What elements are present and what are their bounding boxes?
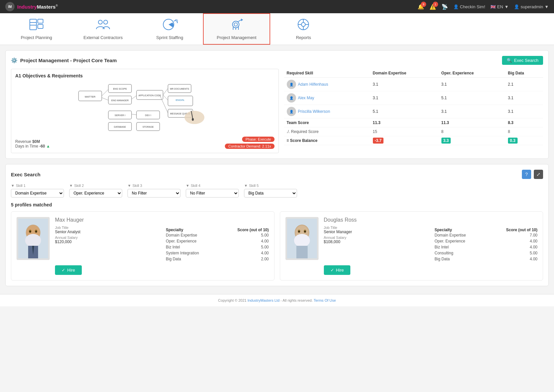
profile-name: Max Hauger — [55, 217, 269, 223]
skill5-select[interactable]: No Filter Domain Expertise Oper. Experie… — [244, 189, 297, 197]
profile-col-right: Specialty Score (out of 10) Domain Exper… — [434, 226, 537, 262]
a1-title: A1 Objectives & Requirements — [15, 73, 275, 78]
filter-skill4: ▼ Skill 4 No Filter Domain Expertise Ope… — [186, 184, 239, 197]
specialty-row: Biz Intel 4.00 — [434, 244, 537, 250]
member-name[interactable]: 👤 Priscilla Wilkerson — [284, 105, 370, 118]
language-selector[interactable]: 🇬🇧 EN ▼ — [490, 4, 509, 9]
team-oper: 11.3 — [439, 118, 505, 127]
svg-line-46 — [131, 114, 136, 115]
skill1-select[interactable]: Domain Expertise Oper. Experience Big Da… — [11, 189, 64, 197]
a1-right-panel: Required Skill Domain Expertise Oper. Ex… — [284, 69, 543, 153]
required-score-row: ./. Required Score 15 8 8 — [284, 127, 543, 136]
salary-value: $120,000 — [55, 240, 158, 244]
balance-label: = Score Balance — [284, 136, 370, 145]
company-link[interactable]: IndustryMasters Ltd — [247, 298, 279, 302]
tab-external-contractors[interactable]: External Contractors — [70, 13, 137, 45]
svg-line-44 — [163, 88, 168, 95]
balance-row: = Score Balance -3.7 3.3 0.3 — [284, 136, 543, 145]
col-domain: Domain Expertise — [370, 69, 439, 78]
job-title-label: Job Title — [324, 226, 427, 230]
filter-skill5: ▼ Skill 5 No Filter Domain Expertise Ope… — [244, 184, 297, 197]
exec-search-button[interactable]: 🔍 Exec Search — [502, 56, 543, 65]
svg-text:MR DOCUMENTS: MR DOCUMENTS — [170, 88, 189, 90]
specialty-col-header: Specialty — [434, 228, 452, 232]
specialty-row: Biz Intel 5.00 — [166, 244, 269, 250]
member-name[interactable]: 👤 Adam Hilfenhaus — [284, 78, 370, 91]
specialty-name: Domain Expertise — [434, 233, 466, 238]
profile-name: Douglas Ross — [324, 217, 538, 223]
tab-project-planning-label: Project Planning — [21, 35, 52, 40]
svg-point-9 — [234, 23, 237, 26]
notification-bell[interactable]: 🔔 9 — [418, 4, 424, 10]
specialty-name: Oper. Experience — [166, 239, 197, 243]
salary-value: $108,000 — [324, 240, 427, 244]
exec-search-icons: ? ⤢ — [522, 170, 543, 179]
profile-col-left: Job Title Senior Analyst Annual Salary $… — [55, 226, 158, 262]
svg-text:STORAGE: STORAGE — [142, 126, 154, 128]
profile-card: Douglas Ross Job Title Senior Manager An… — [280, 211, 543, 281]
svg-rect-0 — [30, 19, 36, 30]
specialty-score: 4.00 — [530, 257, 537, 261]
filter-skill3: ▼ Skill 3 No Filter Domain Expertise Ope… — [127, 184, 180, 197]
filter-row: ▼ Skill 1 Domain Expertise Oper. Experie… — [11, 184, 543, 197]
tab-sprint-staffing[interactable]: Sprint Staffing — [137, 13, 203, 45]
tab-project-management[interactable]: Project Management — [203, 13, 271, 45]
tab-reports[interactable]: Reports — [270, 13, 336, 45]
specialty-score: 5.00 — [261, 233, 269, 238]
main-content: ⚙️ Project Management - Project Core Tea… — [0, 45, 554, 291]
svg-rect-4 — [38, 24, 43, 28]
big-score: 3.1 — [505, 105, 543, 118]
domain-score: 5.1 — [370, 105, 439, 118]
specialty-row: Domain Expertise 7.00 — [434, 232, 537, 238]
alert-icon[interactable]: ⚠️ 1 — [429, 4, 436, 10]
avatar: 👤 — [287, 107, 296, 116]
skill3-select[interactable]: No Filter Domain Expertise Oper. Experie… — [127, 189, 180, 197]
footer: Copyright © 2021 IndustryMasters Ltd - A… — [0, 294, 554, 306]
profile-col-right: Specialty Score (out of 10) Domain Exper… — [166, 226, 269, 262]
svg-point-6 — [104, 20, 108, 24]
exec-search-card: Exec Search ? ⤢ ▼ Skill 1 Domain Experti… — [5, 164, 549, 286]
svg-rect-68 — [296, 246, 308, 258]
checkin-label: Checkin Sim! — [460, 4, 485, 9]
expand-icon-button[interactable]: ⤢ — [534, 170, 543, 179]
specialty-name: System Integration — [166, 251, 199, 255]
team-score-label: Team Score — [284, 118, 370, 127]
filter-skill1: ▼ Skill 1 Domain Expertise Oper. Experie… — [11, 184, 64, 197]
score-col-header: Score (out of 10) — [506, 228, 537, 232]
contractor-badge: Contractor Demand: 2.11x — [225, 144, 274, 149]
specialty-row: Domain Expertise 5.00 — [166, 232, 269, 238]
svg-point-48 — [184, 111, 204, 124]
checkin-button[interactable]: 👤 Checkin Sim! — [453, 4, 485, 9]
table-row: 👤 Alex May 3.1 5.1 3.1 — [284, 91, 543, 105]
avatar: 👤 — [287, 93, 296, 103]
project-management-card: ⚙️ Project Management - Project Core Tea… — [5, 50, 549, 159]
hire-button[interactable]: ✓ Hire — [324, 265, 351, 275]
hire-button[interactable]: ✓ Hire — [55, 265, 82, 275]
skill4-select[interactable]: No Filter Domain Expertise Oper. Experie… — [186, 189, 239, 197]
profiles-row: Max Hauger Job Title Senior Analyst Annu… — [11, 211, 543, 281]
member-name[interactable]: 👤 Alex May — [284, 91, 370, 105]
svg-text:ENG SCOPE: ENG SCOPE — [113, 88, 127, 90]
tab-project-planning[interactable]: Project Planning — [3, 13, 70, 45]
revenue-info: Revenue $0M Days in Time -60 ▲ — [15, 139, 50, 149]
oper-score: 3.1 — [439, 78, 505, 91]
help-icon-button[interactable]: ? — [522, 170, 531, 179]
specialty-col-header: Specialty — [166, 228, 183, 232]
skill2-select[interactable]: Domain Expertise Oper. Experience Big Da… — [69, 189, 122, 197]
team-domain: 11.3 — [370, 118, 439, 127]
terms-link[interactable]: Terms Of Use — [314, 298, 336, 302]
profile-photo — [17, 217, 50, 260]
filter-icon-1: ▼ — [11, 184, 15, 188]
svg-point-50 — [192, 118, 194, 121]
svg-text:SERVER I: SERVER I — [115, 114, 126, 116]
svg-text:ENG MANAGER: ENG MANAGER — [111, 99, 129, 102]
specialty-score: 2.00 — [261, 257, 269, 261]
filter-skill1-label: ▼ Skill 1 — [11, 184, 64, 188]
specialty-name: Big Data — [166, 257, 181, 261]
profile-card: Max Hauger Job Title Senior Analyst Annu… — [11, 211, 275, 281]
feed-icon[interactable]: 📡 — [441, 4, 448, 10]
oper-score: 3.1 — [439, 105, 505, 118]
reports-icon — [295, 18, 311, 34]
hire-icon: ✓ — [330, 268, 334, 273]
user-menu[interactable]: 👤 superadmin ▼ — [514, 4, 549, 9]
